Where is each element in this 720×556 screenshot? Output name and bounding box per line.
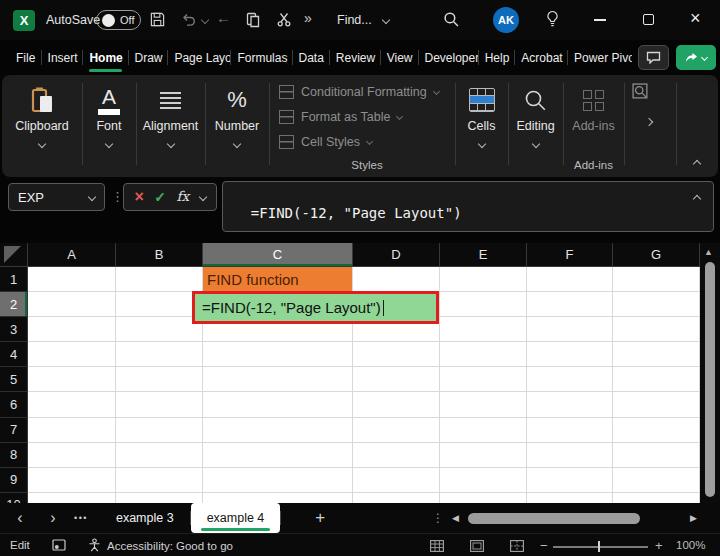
cell-F7[interactable] (527, 418, 613, 443)
ribbon-tab-page-layout[interactable]: Page Layout (168, 40, 230, 75)
cell-B3[interactable] (116, 317, 203, 342)
enter-icon[interactable]: ✓ (154, 190, 166, 204)
cell-D1[interactable] (353, 267, 440, 292)
cell-C8[interactable] (203, 443, 353, 468)
select-all-corner[interactable] (0, 243, 28, 267)
sheet-prev-button[interactable]: ‹ (7, 503, 33, 533)
share-button[interactable] (676, 45, 716, 70)
analyze-data-icon[interactable] (632, 83, 649, 104)
cell-C4[interactable] (203, 342, 353, 367)
cell-styles-button[interactable]: Cell Styles (279, 129, 372, 154)
ribbon-tab-review[interactable]: Review (330, 40, 380, 75)
cell-E9[interactable] (440, 468, 527, 493)
cell-F6[interactable] (527, 392, 613, 417)
row-header-9[interactable]: 9 (0, 468, 28, 493)
cell-F3[interactable] (527, 317, 613, 342)
format-as-table-button[interactable]: Format as Table (279, 104, 402, 129)
lightbulb-icon[interactable] (546, 10, 559, 31)
ribbon-tab-data[interactable]: Data (292, 40, 328, 75)
cell-C2-selection[interactable]: =FIND(-12, "Page Layout") (192, 291, 439, 324)
vscroll-up-arrow[interactable]: ▲ (704, 247, 713, 257)
cell-A7[interactable] (28, 418, 116, 443)
expand-formula-bar-icon[interactable] (693, 195, 701, 203)
cell-G2[interactable] (613, 292, 700, 317)
sheet-next-button[interactable]: › (40, 503, 66, 533)
minimize-button[interactable] (594, 19, 606, 21)
cell-A8[interactable] (28, 443, 116, 468)
row-header-6[interactable]: 6 (0, 392, 28, 417)
autosave-toggle[interactable]: Off (96, 10, 141, 30)
ribbon-tab-home[interactable]: Home (83, 40, 127, 75)
ribbon-group-font[interactable]: A Font (82, 75, 136, 177)
col-header-F[interactable]: F (527, 243, 613, 267)
cell-B5[interactable] (116, 367, 203, 392)
cell-A3[interactable] (28, 317, 116, 342)
col-header-C[interactable]: C (203, 243, 353, 267)
cancel-icon[interactable]: × (134, 189, 143, 205)
undo-icon[interactable] (181, 12, 196, 30)
cell-F4[interactable] (527, 342, 613, 367)
account-avatar[interactable]: AK (493, 7, 519, 33)
find-control[interactable]: Find... (337, 13, 389, 27)
accessibility-status[interactable]: Accessibility: Good to go (88, 538, 233, 553)
cell-B9[interactable] (116, 468, 203, 493)
cell-B1[interactable] (116, 267, 203, 292)
cell-G8[interactable] (613, 443, 700, 468)
name-box[interactable]: EXP (8, 183, 105, 211)
col-header-B[interactable]: B (116, 243, 203, 267)
hscroll-right-arrow[interactable]: ▶ (690, 513, 697, 523)
cell-B8[interactable] (116, 443, 203, 468)
cell-D7[interactable] (353, 418, 440, 443)
cell-G10[interactable] (613, 493, 700, 503)
zoom-in-button[interactable]: + (655, 538, 663, 553)
ribbon-tab-developer[interactable]: Developer (419, 40, 478, 75)
row-header-2[interactable]: 2 (0, 292, 28, 317)
cell-A5[interactable] (28, 367, 116, 392)
row-header-5[interactable]: 5 (0, 367, 28, 392)
hscroll-left-arrow[interactable]: ◀ (452, 513, 459, 523)
ribbon-group-clipboard[interactable]: Clipboard (2, 75, 82, 177)
back-arrow-icon[interactable]: ← (216, 10, 231, 25)
sheet-more-button[interactable]: ••• (74, 503, 88, 533)
ribbon-group-editing[interactable]: Editing (508, 75, 563, 177)
ribbon-group-addins[interactable]: Add-ins Add-ins (563, 75, 624, 177)
row-header-8[interactable]: 8 (0, 443, 28, 468)
cell-F2[interactable] (527, 292, 613, 317)
excel-logo-icon[interactable]: X (13, 10, 35, 31)
cell-B2[interactable] (116, 292, 203, 317)
cut-icon[interactable] (277, 12, 291, 30)
sheet-tab-example-4[interactable]: example 4 (191, 503, 281, 533)
macro-record-icon[interactable] (52, 539, 66, 553)
cell-C9[interactable] (203, 468, 353, 493)
cell-D9[interactable] (353, 468, 440, 493)
ribbon-group-cells[interactable]: Cells (455, 75, 508, 177)
cell-E10[interactable] (440, 493, 527, 503)
hscroll-thumb[interactable] (468, 513, 640, 524)
comments-button[interactable] (638, 45, 669, 70)
cell-E6[interactable] (440, 392, 527, 417)
row-header-4[interactable]: 4 (0, 342, 28, 367)
ribbon-tab-formulas[interactable]: Formulas (231, 40, 291, 75)
conditional-formatting-button[interactable]: Conditional Formatting (279, 79, 439, 104)
cell-C7[interactable] (203, 418, 353, 443)
save-icon[interactable] (150, 12, 165, 30)
ribbon-group-alignment[interactable]: Alignment (136, 75, 205, 177)
cell-E5[interactable] (440, 367, 527, 392)
zoom-slider-track[interactable] (553, 546, 648, 548)
cell-F5[interactable] (527, 367, 613, 392)
cell-F1[interactable] (527, 267, 613, 292)
cell-B6[interactable] (116, 392, 203, 417)
add-sheet-button[interactable]: + (315, 503, 325, 533)
ribbon-tab-help[interactable]: Help (479, 40, 515, 75)
cell-G7[interactable] (613, 418, 700, 443)
col-header-G[interactable]: G (613, 243, 700, 267)
cell-D6[interactable] (353, 392, 440, 417)
cell-D10[interactable] (353, 493, 440, 503)
page-break-view-icon[interactable] (510, 540, 524, 554)
search-icon[interactable] (443, 11, 459, 30)
ribbon-group-number[interactable]: % Number (205, 75, 269, 177)
cell-D4[interactable] (353, 342, 440, 367)
insert-function-icon[interactable]: fx (176, 190, 189, 204)
close-button[interactable]: × (690, 9, 701, 27)
undo-chevron-icon[interactable] (201, 16, 209, 24)
